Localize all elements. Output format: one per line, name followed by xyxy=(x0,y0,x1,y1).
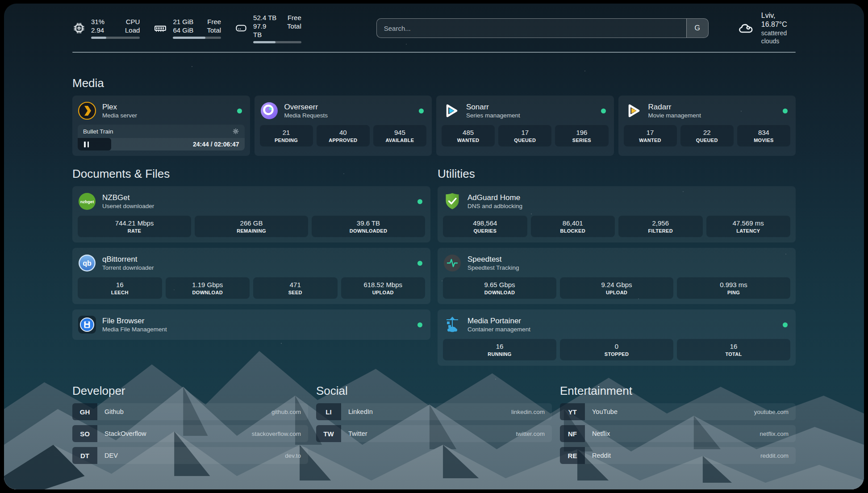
bookmark-dev[interactable]: DT DEV dev.to xyxy=(72,447,308,464)
stat-queries: 498,564 QUERIES xyxy=(443,216,527,237)
stat-value: 40 xyxy=(318,129,368,137)
card-subtitle: Speedtest Tracking xyxy=(467,264,519,272)
playback-time: 24:44 / 02:06:47 xyxy=(193,138,239,150)
stat-label: RUNNING xyxy=(445,351,555,357)
stat-running: 16 RUNNING xyxy=(443,339,556,360)
service-card-nzbget[interactable]: nzbget NZBGet Usenet downloader 744.21 M… xyxy=(72,186,430,242)
weather-location-temp: Lviv, 16.87°C xyxy=(761,11,796,29)
weather-widget[interactable]: Lviv, 16.87°C scattered clouds xyxy=(736,11,796,45)
bookmark-domain: reddit.com xyxy=(760,452,796,459)
stat-seed: 471 SEED xyxy=(253,277,338,299)
bookmark-stackoverflow[interactable]: SO StackOverflow stackoverflow.com xyxy=(72,425,308,442)
stat-label: QUEUED xyxy=(682,138,732,143)
stat-upload: 618.52 Mbps UPLOAD xyxy=(341,277,426,299)
stat-value: 945 xyxy=(375,129,425,137)
service-card-radarr[interactable]: Radarr Movie management 17 WANTED 22 QUE… xyxy=(618,96,796,156)
cpu-icon xyxy=(72,21,86,35)
bookmark-domain: github.com xyxy=(271,409,308,415)
service-card-plex[interactable]: Plex Media server Bullet Train xyxy=(72,96,250,156)
bookmark-linkedin[interactable]: LI LinkedIn linkedin.com xyxy=(316,403,552,420)
stat-label: PENDING xyxy=(262,138,311,143)
bookmark-group-entertainment: Entertainment YT YouTube youtube.com NF … xyxy=(560,384,796,469)
bookmark-abbr: RE xyxy=(560,447,585,464)
bookmark-label: YouTube xyxy=(585,408,618,415)
memory-total-value: 64 GiB xyxy=(173,26,196,34)
disk-progress-track xyxy=(253,41,301,43)
media-card-grid: Plex Media server Bullet Train xyxy=(72,96,796,156)
stat-blocked: 86,401 BLOCKED xyxy=(531,216,615,237)
stat-value: 39.6 TB xyxy=(313,219,423,227)
disk-total-value: 97.9 TB xyxy=(253,22,276,39)
search-input[interactable] xyxy=(377,19,686,38)
card-subtitle: Container management xyxy=(467,326,530,334)
stat-label: LATENCY xyxy=(708,228,789,234)
snow-speckles xyxy=(4,4,5,4)
card-title: Radarr xyxy=(648,102,701,112)
stat-series: 196 SERIES xyxy=(555,125,608,146)
disk-free-value: 52.4 TB xyxy=(253,13,276,22)
disk-free-label: Free xyxy=(287,13,301,22)
stat-pending: 21 PENDING xyxy=(260,125,313,146)
cpu-progress-fill xyxy=(91,37,106,39)
stat-available: 945 AVAILABLE xyxy=(373,125,426,146)
portainer-icon xyxy=(443,315,462,334)
stat-value: 16 xyxy=(679,343,789,351)
bookmark-domain: linkedin.com xyxy=(511,409,552,415)
section-title-social: Social xyxy=(316,384,552,398)
stat-download: 9.65 Gbps DOWNLOAD xyxy=(443,277,556,299)
card-title: Media Portainer xyxy=(467,316,530,326)
card-subtitle: Series management xyxy=(466,112,520,120)
card-title: Overseerr xyxy=(284,102,328,112)
card-title: qBittorrent xyxy=(102,255,154,264)
service-card-speedtest[interactable]: Speedtest Speedtest Tracking 9.65 Gbps D… xyxy=(438,248,796,304)
bookmark-group-social: Social LI LinkedIn linkedin.com TW Twitt… xyxy=(316,384,552,469)
card-subtitle: Movie management xyxy=(648,112,701,120)
status-dot-online xyxy=(601,109,606,113)
stat-value: 2,956 xyxy=(620,219,701,227)
stat-total: 16 TOTAL xyxy=(677,339,790,360)
bookmark-label: StackOverflow xyxy=(97,430,146,437)
stat-value: 498,564 xyxy=(445,219,526,227)
service-card-overseerr[interactable]: Overseerr Media Requests 21 PENDING 40 A… xyxy=(255,96,432,156)
bookmark-abbr: NF xyxy=(560,425,585,442)
bookmark-netflix[interactable]: NF Netflix netflix.com xyxy=(560,425,796,442)
cloud-icon xyxy=(736,20,755,36)
memory-total-label: Total xyxy=(207,26,221,34)
card-subtitle: Media Requests xyxy=(284,112,328,120)
bookmark-github[interactable]: GH Github github.com xyxy=(72,403,308,420)
stat-value: 618.52 Mbps xyxy=(343,281,424,289)
stat-latency: 47.569 ms LATENCY xyxy=(706,216,791,237)
bookmark-label: DEV xyxy=(97,452,118,459)
service-card-adguard[interactable]: AdGuard Home DNS and adblocking 498,564 … xyxy=(438,186,796,242)
bookmark-abbr: DT xyxy=(72,447,97,464)
bookmark-reddit[interactable]: RE Reddit reddit.com xyxy=(560,447,796,464)
bookmark-twitter[interactable]: TW Twitter twitter.com xyxy=(316,425,552,442)
stat-label: STOPPED xyxy=(562,351,672,357)
section-title-media: Media xyxy=(72,76,796,90)
stat-label: MOVIES xyxy=(739,138,789,143)
card-subtitle: DNS and adblocking xyxy=(467,202,522,210)
stat-label: DOWNLOAD xyxy=(445,290,555,296)
search-provider-button[interactable]: G xyxy=(686,19,708,38)
qbittorrent-icon: qb xyxy=(78,254,96,272)
cpu-usage-value: 31% xyxy=(91,17,114,26)
service-card-portainer[interactable]: Media Portainer Container management 16 … xyxy=(438,309,796,366)
stat-filtered: 2,956 FILTERED xyxy=(618,216,703,237)
service-card-sonarr[interactable]: Sonarr Series management 485 WANTED 17 Q… xyxy=(436,96,614,156)
filebrowser-icon xyxy=(78,315,96,334)
pause-icon xyxy=(84,142,89,147)
service-card-filebrowser[interactable]: File Browser Media File Management xyxy=(72,309,430,340)
stat-movies: 834 MOVIES xyxy=(737,125,790,146)
gear-icon[interactable] xyxy=(232,128,239,135)
status-dot-online xyxy=(783,322,788,327)
memory-progress-fill xyxy=(173,37,205,39)
stat-label: FILTERED xyxy=(620,228,701,234)
bookmark-domain: stackoverflow.com xyxy=(252,430,308,437)
service-card-qbittorrent[interactable]: qb qBittorrent Torrent downloader 16 LEE… xyxy=(72,248,430,304)
utilities-column: AdGuard Home DNS and adblocking 498,564 … xyxy=(438,186,796,366)
card-subtitle: Media File Management xyxy=(102,326,167,334)
bookmark-youtube[interactable]: YT YouTube youtube.com xyxy=(560,403,796,420)
bookmark-domain: twitter.com xyxy=(516,430,552,437)
status-dot-online xyxy=(783,109,788,113)
cpu-progress-track xyxy=(91,37,140,39)
